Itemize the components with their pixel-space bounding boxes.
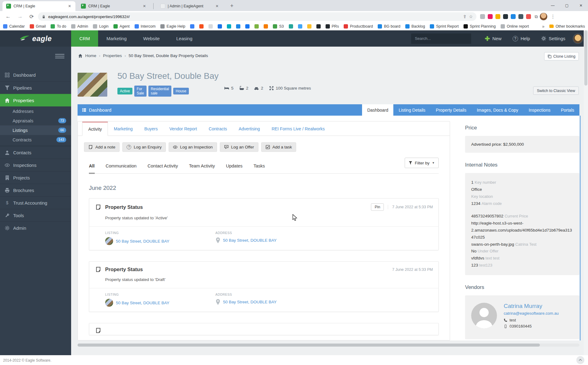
extension-icon[interactable] (518, 14, 523, 19)
sidebar-collapse-button[interactable] (55, 52, 64, 60)
sidebar-item-appraisals[interactable]: Appraisals 73 (0, 116, 71, 125)
new-tab-button[interactable]: + (227, 3, 237, 9)
page-scrollbar-track[interactable] (584, 30, 588, 355)
bookmark[interactable]: BG board (378, 24, 400, 29)
nav-marketing[interactable]: Marketing (98, 30, 135, 47)
sidebar-item-pipelines[interactable]: Pipelines (0, 81, 71, 94)
global-search-input[interactable] (411, 33, 471, 44)
bookmark[interactable]: Eagle Help (160, 24, 185, 29)
tab-vendor-report[interactable]: Vendor Report (163, 122, 203, 136)
nav-website[interactable]: Website (135, 30, 168, 47)
filter-updates[interactable]: Updates (226, 163, 242, 173)
vendor-email-link[interactable]: catrina@eaglesoftware.com.au (504, 311, 559, 316)
tab-advertising[interactable]: Advertising (233, 122, 266, 136)
help-button[interactable]: ? Help (507, 30, 536, 47)
bookmark[interactable]: Admin (71, 24, 88, 29)
bookmark[interactable] (307, 24, 311, 29)
filter-by-button[interactable]: Filter by ▼ (405, 158, 439, 168)
back-icon[interactable]: ← (3, 13, 13, 20)
bookmark[interactable] (254, 24, 259, 29)
tab-close-icon[interactable]: ✕ (214, 3, 220, 9)
tab-property-details[interactable]: Property Details (431, 104, 472, 116)
bookmark[interactable]: Online report (501, 24, 529, 29)
tab-inspections[interactable]: Inspections (524, 104, 556, 116)
window-minimize-button[interactable]: — (546, 0, 560, 11)
browser-tab-3[interactable]: | Admin | EagleAgent ✕ (157, 1, 223, 11)
filter-all[interactable]: All (89, 163, 95, 174)
forward-icon[interactable]: → (15, 13, 25, 20)
tab-rei-forms[interactable]: REI Forms Live / Realworks (266, 122, 330, 136)
tab-buyers[interactable]: Buyers (139, 122, 164, 136)
other-bookmarks[interactable]: Other bookmarks (549, 24, 585, 29)
reload-icon[interactable]: ⟳ (27, 13, 36, 20)
clone-listing-button[interactable]: Clone Listing (544, 52, 579, 60)
vendor-name-link[interactable]: Catrina Murray (504, 303, 559, 309)
window-close-button[interactable]: ✕ (574, 0, 588, 11)
browser-profile-avatar[interactable] (540, 13, 548, 21)
sidebar-item-inspections[interactable]: Inspections (0, 159, 71, 171)
add-note-button[interactable]: Add a note (84, 142, 120, 152)
eagle-logo[interactable]: eagle (0, 30, 71, 47)
pin-button[interactable]: Pin (371, 203, 384, 211)
bookmark[interactable]: To do (51, 24, 66, 29)
add-task-button[interactable]: Add a task (261, 142, 296, 152)
breadcrumb-home[interactable]: Home (85, 53, 96, 58)
browser-menu-icon[interactable]: ⋮ (549, 14, 556, 19)
sidebar-item-contracts[interactable]: Contracts 143 (0, 135, 71, 144)
sidebar-item-admin[interactable]: Admin (0, 221, 71, 234)
bookmark[interactable]: Intercom (135, 24, 156, 29)
tab-portals[interactable]: Portals (556, 104, 579, 116)
address-link[interactable]: 50 Bay Street, DOUBLE BAY (223, 300, 277, 304)
bookmark[interactable] (245, 24, 250, 29)
filter-communication[interactable]: Communication (106, 163, 137, 173)
sidebar-item-brochures[interactable]: Brochures (0, 184, 71, 196)
browser-tab-2[interactable]: CRM | Eagle ✕ (77, 1, 150, 11)
filter-team-activity[interactable]: Team Activity (189, 163, 215, 173)
bookmark[interactable] (236, 24, 240, 29)
bookmark[interactable]: Agent (113, 24, 130, 29)
log-offer-button[interactable]: Log an Offer (220, 142, 258, 152)
url-text[interactable]: eagleagent.com.au/agent/properties/19963… (48, 14, 460, 19)
horizontal-scrollbar[interactable] (78, 344, 579, 347)
bookmark[interactable]: S3 (273, 24, 284, 29)
listing-link[interactable]: 50 Bay Street, DOUBLE BAY (116, 239, 170, 244)
share-icon[interactable]: ⇪ (463, 14, 467, 19)
bookmark[interactable] (227, 24, 231, 29)
sidebar-item-trust-accounting[interactable]: $ Trust Accounting (0, 196, 71, 209)
page-scrollbar-thumb[interactable] (584, 30, 587, 86)
bookmark[interactable]: Sprint Planning (464, 24, 496, 29)
extension-icon[interactable] (503, 14, 508, 19)
bookmark-star-icon[interactable]: ☆ (469, 14, 473, 19)
extensions-puzzle-icon[interactable]: ⧉ (535, 14, 538, 19)
sidebar-item-projects[interactable]: Projects (0, 171, 71, 184)
tab-close-icon[interactable]: ✕ (67, 3, 72, 9)
bookmark[interactable] (264, 24, 268, 29)
log-enquiry-button[interactable]: ? Log an Enquiry (122, 142, 166, 152)
bookmark[interactable]: Calendar (3, 24, 25, 29)
listing-link[interactable]: 50 Bay Street, DOUBLE BAY (116, 301, 170, 305)
bookmark[interactable] (190, 24, 194, 29)
collapse-widget-button[interactable] (576, 356, 584, 364)
bookmark[interactable]: PRs (326, 24, 339, 29)
filter-tasks[interactable]: Tasks (254, 163, 265, 173)
panel-scrollbar[interactable] (580, 116, 581, 340)
filter-contact-activity[interactable]: Contact Activity (147, 163, 178, 173)
tab-activity[interactable]: Activity (82, 122, 108, 136)
extension-icon[interactable] (480, 14, 485, 19)
user-avatar[interactable] (573, 33, 583, 44)
bookmarks-overflow-chevron[interactable]: » (542, 24, 544, 29)
bookmark[interactable] (289, 24, 293, 29)
window-maximize-button[interactable]: ▢ (560, 0, 574, 11)
property-thumbnail[interactable] (78, 73, 107, 97)
sidebar-item-listings[interactable]: Listings 66 (0, 125, 71, 135)
bookmark[interactable] (298, 24, 302, 29)
tab-close-icon[interactable]: ✕ (142, 3, 147, 9)
nav-crm[interactable]: CRM (71, 30, 98, 47)
bookmark[interactable] (316, 24, 321, 29)
extension-icon[interactable] (526, 14, 531, 19)
extension-icon[interactable] (495, 14, 500, 19)
log-inspection-button[interactable]: Log an Inspection (169, 142, 217, 152)
switch-classic-view-button[interactable]: Switch to Classic View (533, 86, 579, 95)
bookmark[interactable] (199, 24, 204, 29)
sidebar-item-addresses[interactable]: Addresses (0, 106, 71, 116)
